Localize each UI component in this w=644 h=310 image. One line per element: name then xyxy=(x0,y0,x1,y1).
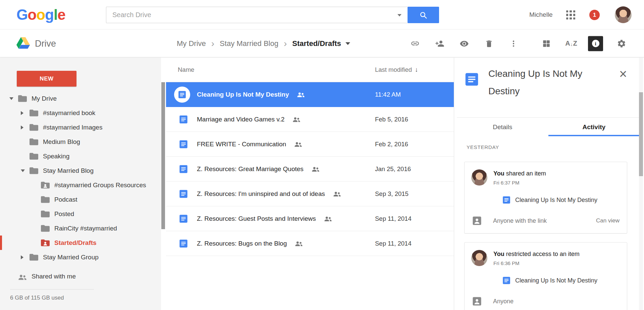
file-row[interactable]: Z. Resources: Guest Posts and Interviews… xyxy=(166,206,454,231)
content-area: NEW My Drive #staymarried book #staymarr… xyxy=(0,58,644,310)
sidebar-tree-item[interactable]: Speaking xyxy=(0,149,161,163)
tree-item-icon xyxy=(30,153,38,160)
drive-logo-icon[interactable] xyxy=(16,37,30,50)
sidebar-scrollbar-thumb[interactable] xyxy=(161,82,165,229)
share-button[interactable] xyxy=(432,36,448,52)
folder-icon xyxy=(30,109,38,117)
access-level: Can view xyxy=(596,217,620,224)
folder-icon xyxy=(18,95,27,102)
tab-activity[interactable]: Activity xyxy=(548,118,640,136)
account-avatar[interactable] xyxy=(615,6,632,23)
tree-item-icon xyxy=(18,273,27,280)
file-name: Z. Resources: Guest Posts and Interviews xyxy=(197,215,316,222)
eye-icon xyxy=(460,39,469,48)
preview-button[interactable] xyxy=(456,36,472,52)
more-actions-button[interactable] xyxy=(505,36,522,52)
file-row[interactable]: Cleaning Up Is Not My Destiny 11:42 AM xyxy=(166,82,454,107)
panel-scrollbar-thumb[interactable] xyxy=(639,92,643,176)
info-icon: i xyxy=(592,40,599,47)
tree-caret-icon[interactable] xyxy=(32,226,41,231)
search-input[interactable] xyxy=(106,7,408,23)
get-link-button[interactable] xyxy=(407,36,423,52)
breadcrumb-item[interactable]: Started/Drafts xyxy=(292,39,350,48)
file-row[interactable]: Marriage and Video Games v.2 Feb 5, 2016 xyxy=(166,107,454,132)
tree-item-label: Podcast xyxy=(54,196,77,203)
tree-item-label: Stay Married Group xyxy=(43,254,99,261)
close-icon[interactable]: × xyxy=(619,67,627,81)
tree-item-icon xyxy=(18,95,27,102)
trash-button[interactable] xyxy=(481,36,497,52)
file-modified: Sep 11, 2014 xyxy=(375,240,412,247)
file-row[interactable]: Z. Resources: Great Marriage Quotes Jan … xyxy=(166,157,454,182)
activity-action: restricted access to an item xyxy=(504,251,580,257)
activity-card: You shared an item Fri 6:37 PM Cleaning … xyxy=(464,162,627,234)
apps-grid-icon[interactable] xyxy=(566,10,575,19)
google-logo[interactable]: Google xyxy=(16,6,65,23)
activity-item-link[interactable]: Cleaning Up Is Not My Destiny xyxy=(502,196,620,204)
column-header-last-modified[interactable]: Last modified ↓ xyxy=(375,66,418,73)
details-title: Cleaning Up Is Not My Destiny xyxy=(488,65,604,100)
sidebar-tree-item[interactable]: Started/Drafts xyxy=(0,236,161,250)
grid-view-button[interactable] xyxy=(538,36,554,52)
tree-caret-icon[interactable] xyxy=(21,125,30,130)
tree-caret-icon[interactable] xyxy=(9,96,18,101)
tree-caret-icon[interactable] xyxy=(21,255,30,260)
new-button[interactable]: NEW xyxy=(17,71,76,87)
file-row[interactable]: Z. Resources: Bugs on the Blog Sep 11, 2… xyxy=(166,231,454,256)
sidebar-tree-item[interactable]: Shared with me xyxy=(0,269,161,283)
sidebar-tree-item[interactable]: Stay Married Group xyxy=(0,250,161,264)
sidebar-tree-item[interactable]: Medium Blog xyxy=(0,135,161,149)
tree-item-label: #staymarried Images xyxy=(43,124,102,131)
activity-item-name: Cleaning Up Is Not My Destiny xyxy=(515,197,597,204)
tree-caret-icon[interactable] xyxy=(32,240,41,246)
file-rows: Cleaning Up Is Not My Destiny 11:42 AM M… xyxy=(166,82,454,256)
settings-button[interactable] xyxy=(613,36,630,52)
activity-action-text: You shared an item xyxy=(493,170,546,177)
tree-item-icon xyxy=(41,225,50,232)
activity-header-text: You restricted access to an item Fri 6:3… xyxy=(493,250,580,266)
tree-caret-icon[interactable] xyxy=(21,110,30,116)
sidebar-tree-item[interactable]: Posted xyxy=(0,207,161,221)
sidebar-tree-item[interactable]: #staymarried book xyxy=(0,106,161,120)
sidebar-tree-item[interactable]: #staymarried Groups Resources xyxy=(0,178,161,192)
search-button[interactable] xyxy=(408,7,439,23)
shared-people-icon xyxy=(312,166,320,172)
sidebar-tree-item[interactable]: #staymarried Images xyxy=(0,120,161,135)
sidebar-tree-item[interactable]: Podcast xyxy=(0,192,161,207)
activity-time: Fri 6:36 PM xyxy=(493,260,580,266)
activity-item-link[interactable]: Cleaning Up Is Not My Destiny xyxy=(502,276,620,285)
tree-item-icon xyxy=(30,254,38,261)
account-name[interactable]: Michelle xyxy=(529,11,553,18)
person-add-icon xyxy=(435,39,444,48)
sidebar-tree-item[interactable]: Stay Married Blog xyxy=(0,163,161,178)
breadcrumb-item[interactable]: My Drive xyxy=(177,39,206,48)
sidebar-tree-item[interactable]: RainCity #staymarried xyxy=(0,221,161,236)
tree-caret-icon[interactable] xyxy=(9,274,18,279)
tree-caret-icon[interactable] xyxy=(21,139,30,145)
sort-button[interactable]: A ↓ Z xyxy=(563,36,579,52)
activity-item-name: Cleaning Up Is Not My Destiny xyxy=(515,277,597,284)
sidebar-tree-item[interactable]: My Drive xyxy=(0,91,161,106)
search-box[interactable] xyxy=(106,7,408,23)
tree-caret-icon[interactable] xyxy=(32,183,41,188)
sort-arrow-glyph: ↓ xyxy=(571,42,573,47)
grid-view-icon xyxy=(542,39,551,48)
app-title[interactable]: Drive xyxy=(35,38,56,49)
tree-caret-icon[interactable] xyxy=(21,168,30,173)
tree-caret-icon[interactable] xyxy=(32,211,41,217)
tree-item-label: Stay Married Blog xyxy=(43,167,94,174)
file-name: Z. Resources: I'm uninspired and out of … xyxy=(197,190,325,198)
notification-badge[interactable]: 1 xyxy=(589,10,600,20)
file-row[interactable]: Z. Resources: I'm uninspired and out of … xyxy=(166,182,454,206)
tab-details[interactable]: Details xyxy=(457,118,548,136)
breadcrumb-item[interactable]: Stay Married Blog xyxy=(220,39,278,48)
details-panel-toggle-button[interactable]: i xyxy=(588,36,603,51)
tree-caret-icon[interactable] xyxy=(32,197,41,202)
column-header-name[interactable]: Name xyxy=(178,66,194,73)
folder-dropdown-caret-icon[interactable] xyxy=(345,42,350,45)
file-row[interactable]: FREE WRITE - Communication Feb 2, 2016 xyxy=(166,132,454,157)
file-modified: Feb 5, 2016 xyxy=(375,116,408,123)
tree-caret-icon[interactable] xyxy=(21,154,30,159)
topbar: Google Michelle 1 xyxy=(0,0,644,30)
search-options-caret-icon[interactable] xyxy=(397,14,401,16)
